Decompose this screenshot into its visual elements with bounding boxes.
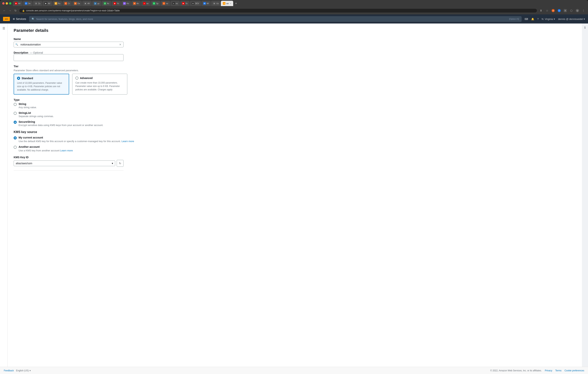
- footer: Feedback English (US) ▾ © 2022, Amazon W…: [0, 367, 588, 374]
- name-input-wrapper[interactable]: 🔍 ✕: [14, 42, 124, 47]
- tab-favicon: Z: [35, 2, 37, 5]
- tab-wi[interactable]: W Wi: [201, 1, 211, 6]
- address-bar-row: ← → ↻ 🔒 console.aws.amazon.com/systems-m…: [0, 7, 588, 14]
- name-clear-icon[interactable]: ✕: [117, 42, 123, 47]
- refresh-button[interactable]: ↻: [14, 9, 17, 12]
- help-button[interactable]: ?: [537, 18, 539, 21]
- tab-ho[interactable]: H Ho: [121, 1, 131, 6]
- forward-button[interactable]: →: [8, 9, 12, 12]
- tier-standard-radio[interactable]: [17, 77, 20, 80]
- more-options-icon[interactable]: ⋮: [581, 8, 586, 13]
- tab-cr[interactable]: C Cr: [63, 1, 72, 6]
- extensions-icon[interactable]: ⬡: [569, 8, 574, 13]
- tab-no2[interactable]: n no: [161, 1, 170, 6]
- tab-yo2[interactable]: ▶ Yo: [180, 1, 189, 6]
- tab-av3[interactable]: A AV: [82, 1, 92, 6]
- profile-icon[interactable]: U: [575, 8, 580, 13]
- bookmark-icon[interactable]: ☆: [545, 8, 549, 13]
- type-string-option[interactable]: String Any string value.: [14, 103, 576, 109]
- extension3-icon[interactable]: 5: [563, 8, 567, 13]
- tier-advanced-radio[interactable]: [75, 76, 78, 80]
- tab-aw-active[interactable]: A aw ✕: [221, 1, 233, 6]
- tab-sp[interactable]: S Sp: [151, 1, 160, 6]
- share-icon[interactable]: ⬆: [539, 8, 543, 13]
- kms-key-id-select[interactable]: alias/aws/ssm ▾: [14, 160, 115, 166]
- tab-no3[interactable]: n no: [170, 1, 180, 6]
- tab-py[interactable]: p py: [92, 1, 101, 6]
- maximize-button[interactable]: [9, 2, 11, 5]
- name-section: Name 🔍 ✕: [14, 38, 576, 47]
- tab-close-icon[interactable]: ✕: [230, 2, 231, 5]
- type-securestring-label: SecureString: [19, 120, 576, 123]
- tab-us[interactable]: U Us: [211, 1, 220, 6]
- type-label: Type: [14, 98, 576, 101]
- tab-da[interactable]: D Da: [72, 1, 82, 6]
- minimize-button[interactable]: [6, 2, 8, 5]
- cloudshell-button[interactable]: ⌨: [525, 18, 528, 21]
- region-selector[interactable]: N. Virginia ▾: [542, 18, 555, 21]
- kms-another-account-learn-more-link[interactable]: Learn more: [60, 149, 73, 152]
- tier-standard-option[interactable]: Standard Limit of 10,000 parameters. Par…: [14, 74, 69, 95]
- aws-nav: aws ⊞ Services 🔍 [Option+S] ⌨ 🔔 ? N. Vir…: [0, 14, 588, 23]
- kms-another-account-radio[interactable]: [14, 146, 17, 149]
- kms-another-account-option[interactable]: Another account Use a KMS key from anoth…: [14, 145, 576, 152]
- type-stringlist-option[interactable]: StringList Separate strings using commas…: [14, 111, 576, 118]
- name-search-icon: 🔍: [14, 42, 20, 47]
- aws-search[interactable]: 🔍 [Option+S]: [29, 16, 522, 22]
- type-stringlist-desc: Separate strings using commas.: [19, 115, 576, 118]
- aws-search-input[interactable]: [36, 18, 508, 21]
- tab-av2[interactable]: ▶ AV: [43, 1, 52, 6]
- hamburger-icon[interactable]: ☰: [2, 26, 6, 31]
- tab-favicon: ▶: [114, 2, 116, 5]
- tab-ac[interactable]: A Ac: [102, 1, 111, 6]
- tab-av1[interactable]: ▶ AV: [13, 1, 22, 6]
- tab-no1[interactable]: n no: [141, 1, 150, 6]
- tab-zu[interactable]: Z Zu: [33, 1, 42, 6]
- info-icon[interactable]: ℹ: [584, 26, 586, 29]
- tier-advanced-option[interactable]: Advanced Can create more than 10,000 par…: [72, 74, 127, 95]
- kms-my-account-option[interactable]: My current account Use the default KMS k…: [14, 136, 576, 143]
- kms-key-id-section: KMS Key ID alias/aws/ssm ▾ ↻: [14, 156, 576, 167]
- type-string-content: String Any string value.: [19, 103, 576, 109]
- type-string-radio[interactable]: [14, 103, 17, 106]
- terms-link[interactable]: Terms: [555, 369, 561, 372]
- tab-label: no: [166, 2, 168, 5]
- page-content: Parameter details Name 🔍 ✕ Description: [8, 23, 582, 367]
- truncated-bottom-section: [14, 171, 124, 177]
- tab-ru[interactable]: R Ru: [53, 1, 62, 6]
- description-input[interactable]: [14, 54, 124, 61]
- language-selector[interactable]: English (US) ▾: [16, 369, 31, 372]
- extension2-icon[interactable]: b: [557, 8, 561, 13]
- address-bar[interactable]: 🔒 console.aws.amazon.com/systems-manager…: [19, 8, 537, 13]
- feedback-link[interactable]: Feedback: [4, 369, 14, 372]
- notifications-button[interactable]: 🔔: [531, 18, 534, 21]
- language-label: English (US): [16, 369, 29, 372]
- tab-de[interactable]: D De: [23, 1, 32, 6]
- new-tab-button[interactable]: +: [234, 2, 238, 5]
- extension1-icon[interactable]: ●: [551, 8, 556, 13]
- aws-services-button[interactable]: ⊞ Services: [13, 17, 26, 21]
- tab-label: AV: [18, 2, 21, 5]
- back-button[interactable]: ←: [2, 9, 6, 12]
- tier-advanced-label: Advanced: [80, 76, 93, 80]
- tab-favicon: A: [133, 2, 136, 5]
- privacy-link[interactable]: Privacy: [545, 369, 552, 372]
- tab-yo1[interactable]: ▶ Yo: [112, 1, 121, 6]
- type-stringlist-radio[interactable]: [14, 112, 17, 115]
- aws-logo[interactable]: aws: [3, 17, 10, 21]
- kms-key-refresh-button[interactable]: ↻: [117, 160, 124, 167]
- tab-dev[interactable]: D DEV: [190, 1, 201, 6]
- tab-favicon: ▶: [182, 2, 185, 5]
- type-securestring-option[interactable]: SecureString Encrypt sensitive data usin…: [14, 120, 576, 127]
- tab-label: De: [28, 2, 31, 5]
- kms-my-account-radio[interactable]: [14, 136, 17, 139]
- name-input[interactable]: [20, 42, 117, 47]
- close-button[interactable]: [2, 2, 5, 5]
- kms-my-account-learn-more-link[interactable]: Learn more: [121, 140, 134, 143]
- main-scroll-container[interactable]: Parameter details Name 🔍 ✕ Description: [8, 23, 582, 367]
- user-menu[interactable]: dennis @ dennisseidel ▾: [558, 18, 585, 21]
- type-securestring-radio[interactable]: [14, 121, 17, 124]
- tab-an[interactable]: A An: [131, 1, 141, 6]
- kms-source-section: KMS key source My current account Use th…: [14, 130, 576, 152]
- cookie-preferences-link[interactable]: Cookie preferences: [565, 369, 584, 372]
